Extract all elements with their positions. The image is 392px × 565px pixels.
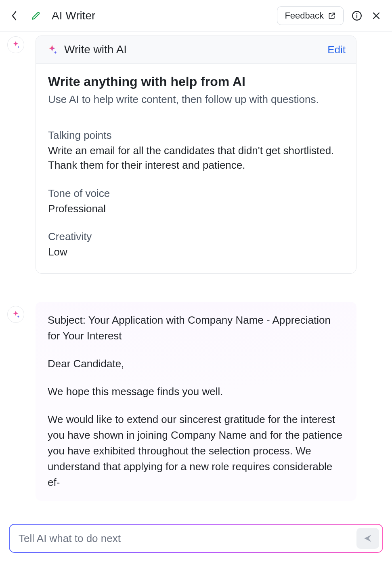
sparkle-icon <box>46 44 58 55</box>
topbar-right: Feedback <box>277 6 382 25</box>
close-icon <box>371 11 381 21</box>
edit-link[interactable]: Edit <box>327 44 346 56</box>
feedback-label: Feedback <box>285 10 324 21</box>
info-icon <box>352 10 362 21</box>
sparkle-badge <box>7 36 24 53</box>
back-button[interactable] <box>8 10 20 22</box>
page-title: AI Writer <box>52 9 95 22</box>
edit-title-button[interactable] <box>30 10 42 22</box>
pencil-icon <box>31 10 41 21</box>
close-button[interactable] <box>370 10 382 22</box>
prompt-card-header: Write with AI Edit <box>36 36 356 64</box>
ai-response: Subject: Your Application with Company N… <box>36 302 356 501</box>
info-button[interactable] <box>351 10 363 22</box>
prompt-card-body: Write anything with help from AI Use AI … <box>36 64 356 273</box>
sparkle-icon <box>11 40 20 49</box>
talking-points-label: Talking points <box>48 129 344 142</box>
input-area <box>0 517 392 565</box>
prompt-subtitle: Use AI to help write content, then follo… <box>48 92 344 107</box>
topbar: AI Writer Feedback <box>0 0 392 31</box>
talking-points-value: Write an email for all the candidates th… <box>48 143 344 173</box>
input-bar <box>9 524 383 553</box>
response-line: Dear Candidate, <box>48 356 344 372</box>
prompt-card-title: Write with AI <box>64 43 127 56</box>
response-line: Subject: Your Application with Company N… <box>48 312 344 344</box>
svg-point-1 <box>356 13 358 14</box>
response-line: We would like to extend our sincerest gr… <box>48 412 344 490</box>
tone-value: Professional <box>48 201 344 216</box>
sparkle-badge <box>7 306 24 323</box>
prompt-card: Write with AI Edit Write anything with h… <box>36 36 356 274</box>
prompt-heading: Write anything with help from AI <box>48 74 344 89</box>
feedback-button[interactable]: Feedback <box>277 6 344 25</box>
content-area: Write with AI Edit Write anything with h… <box>0 31 392 517</box>
tone-label: Tone of voice <box>48 187 344 200</box>
response-line: We hope this message finds you well. <box>48 384 344 400</box>
sparkle-icon <box>11 310 20 319</box>
chevron-left-icon <box>11 10 17 21</box>
external-link-icon <box>328 12 336 20</box>
prompt-input[interactable] <box>19 532 356 545</box>
creativity-label: Creativity <box>48 230 344 243</box>
send-button[interactable] <box>356 528 379 549</box>
creativity-value: Low <box>48 245 344 259</box>
topbar-left: AI Writer <box>8 9 95 22</box>
send-icon <box>363 533 373 544</box>
